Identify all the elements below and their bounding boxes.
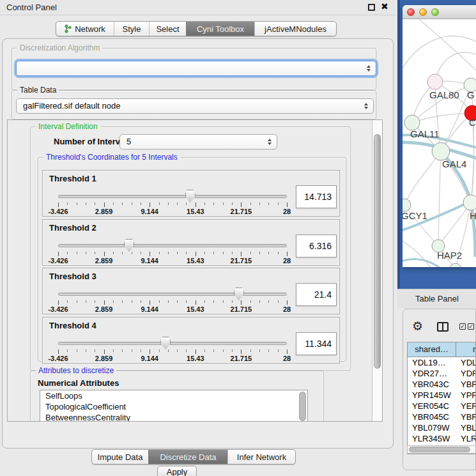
- network-window: GAL80GCGAL11GAL4GCY1HHAP2: [403, 5, 476, 267]
- tab-cyni-toolbox[interactable]: Cyni Toolbox: [186, 22, 254, 36]
- threshold-value-field[interactable]: 21.4: [296, 283, 337, 306]
- network-edge[interactable]: [403, 36, 476, 73]
- tick-label: 21.715: [231, 355, 252, 362]
- checkbox-icon[interactable]: ✓: [459, 323, 466, 330]
- slider-tick-labels: -3.4262.8599.14415.4321.71528: [58, 257, 287, 265]
- bottom-tab-discretize-data[interactable]: Discretize Data: [148, 450, 227, 464]
- threshold-value-field[interactable]: 11.344: [296, 332, 337, 355]
- network-node-h[interactable]: [463, 195, 476, 210]
- tick-label: 9.144: [141, 257, 158, 265]
- tick-label: 28: [283, 208, 291, 215]
- slider-thumb[interactable]: [160, 337, 171, 349]
- network-canvas[interactable]: GAL80GCGAL11GAL4GCY1HHAP2: [403, 19, 476, 267]
- threshold-value-field[interactable]: 6.316: [296, 234, 337, 257]
- checkbox-icon[interactable]: ✓: [468, 323, 474, 330]
- list-scrollbar-thumb[interactable]: [299, 392, 306, 421]
- table-cell: YER054C: [408, 401, 456, 411]
- table-row[interactable]: YDR27…YDR2: [408, 368, 475, 379]
- network-node-gcy1[interactable]: [403, 199, 411, 211]
- network-window-titlebar[interactable]: [403, 5, 476, 19]
- close-icon[interactable]: ✖: [381, 1, 388, 12]
- table-cell: YDR2: [456, 368, 476, 379]
- table-cell: YBR0: [456, 379, 476, 390]
- attribute-list-item[interactable]: TopologicalCoefficient: [40, 401, 307, 412]
- column-header[interactable]: shared…: [408, 342, 456, 357]
- threshold-coordinates-group-label: Threshold's Coordinates for 5 Intervals: [43, 153, 180, 162]
- threshold-value-field[interactable]: 14.713: [296, 185, 337, 208]
- tick-label: 28: [283, 257, 291, 265]
- table-row[interactable]: YER054CYER0: [408, 401, 475, 411]
- numerical-attributes-list[interactable]: SelfLoopsTopologicalCoefficientBetweenne…: [40, 390, 308, 422]
- slider-thumb[interactable]: [185, 190, 196, 203]
- attribute-list-item[interactable]: SelfLoops: [40, 390, 307, 401]
- tab-style[interactable]: Style: [114, 22, 149, 36]
- slider-track[interactable]: [58, 195, 287, 198]
- window-minimize-traffic-icon[interactable]: [419, 8, 427, 16]
- tab-jactivemnodules[interactable]: jActiveMNodules: [254, 22, 336, 36]
- tab-select[interactable]: Select: [149, 22, 186, 36]
- table-row[interactable]: YPR145WYPR1: [408, 390, 475, 401]
- slider-track[interactable]: [58, 244, 287, 247]
- checkbox-icons: ✓ ✓: [459, 323, 474, 330]
- table-row[interactable]: YDL19…YDL1: [408, 357, 475, 368]
- column-header[interactable]: n: [456, 342, 476, 357]
- cyni-toolbox-panel: Discretization Algorithm Table Data galF…: [2, 38, 394, 449]
- tab-label: Infer Network: [237, 452, 286, 462]
- slider-track[interactable]: [58, 342, 287, 345]
- algorithm-combobox[interactable]: [16, 61, 376, 76]
- tick-label: 28: [283, 305, 291, 313]
- horizontal-scrollbar[interactable]: [407, 445, 476, 454]
- network-node-label: GCY1: [403, 210, 427, 221]
- split-columns-icon[interactable]: [437, 322, 449, 332]
- table-cell: YDR27…: [408, 368, 456, 379]
- network-graph: GAL80GCGAL11GAL4GCY1HHAP2: [403, 19, 476, 267]
- tick-label: 15.43: [187, 305, 204, 313]
- table-data-group-label: Table Data: [17, 86, 59, 95]
- network-edge[interactable]: [404, 151, 441, 205]
- bottom-tab-infer-network[interactable]: Infer Network: [227, 450, 295, 464]
- table-row[interactable]: YBR045CYBR0: [408, 411, 475, 422]
- window-zoom-traffic-icon[interactable]: [431, 8, 439, 16]
- table-row[interactable]: YBR043CYBR0: [408, 379, 475, 390]
- attribute-list-item[interactable]: BetweennessCentrality: [40, 412, 307, 422]
- table-data-value: galFiltered.sif default node: [23, 99, 120, 113]
- table-header-row: shared…n: [408, 342, 475, 357]
- tick-label: 28: [283, 355, 291, 362]
- table-panel: ⚙ ✓ ✓ shared…nYDL19…YDL1YDR27…YDR2YBR043…: [403, 309, 476, 470]
- table-row[interactable]: YLR345WYLR3: [408, 433, 475, 444]
- tab-label: Cyni Toolbox: [197, 24, 244, 34]
- bottom-tab-impute-data[interactable]: Impute Data: [92, 450, 148, 464]
- table-row[interactable]: YBL079WYBL0: [408, 422, 475, 433]
- threshold-label: Threshold 1: [49, 174, 96, 183]
- network-node-label: HAP2: [437, 250, 462, 261]
- network-edge-highlighted[interactable]: [403, 259, 442, 267]
- vertical-scrollbar[interactable]: [372, 120, 382, 421]
- tab-network[interactable]: Network: [56, 22, 114, 36]
- discretization-algorithm-group-label: Discretization Algorithm: [17, 43, 102, 52]
- tab-label: Network: [75, 24, 105, 34]
- network-node-gal80[interactable]: [427, 74, 443, 89]
- slider-ticks: [58, 203, 287, 208]
- window-close-traffic-icon[interactable]: [407, 8, 415, 16]
- gear-icon[interactable]: ⚙: [412, 320, 423, 332]
- float-window-icon[interactable]: [368, 4, 375, 11]
- tab-label: jActiveMNodules: [265, 24, 326, 34]
- horizontal-scrollbar-thumb[interactable]: [409, 447, 470, 452]
- slider-thumb[interactable]: [234, 288, 244, 300]
- network-edge[interactable]: [471, 85, 474, 203]
- slider-ticks: [58, 300, 287, 305]
- network-edge[interactable]: [438, 151, 441, 246]
- control-panel-title: Control Panel: [6, 3, 57, 12]
- vertical-scrollbar-thumb[interactable]: [374, 134, 381, 369]
- apply-button[interactable]: Apply: [157, 466, 197, 476]
- slider-track[interactable]: [58, 293, 287, 296]
- network-node-gal4[interactable]: [432, 142, 450, 160]
- tick-label: 2.859: [95, 305, 113, 313]
- network-edge[interactable]: [403, 240, 431, 267]
- number-of-intervals-combobox[interactable]: 5: [119, 134, 277, 150]
- slider-tick-labels: -3.4262.8599.14415.4321.71528: [58, 305, 287, 313]
- slider-thumb[interactable]: [124, 239, 134, 252]
- tick-label: 2.859: [95, 257, 113, 265]
- table-data-combobox[interactable]: galFiltered.sif default node: [16, 98, 374, 114]
- network-icon: [65, 24, 72, 33]
